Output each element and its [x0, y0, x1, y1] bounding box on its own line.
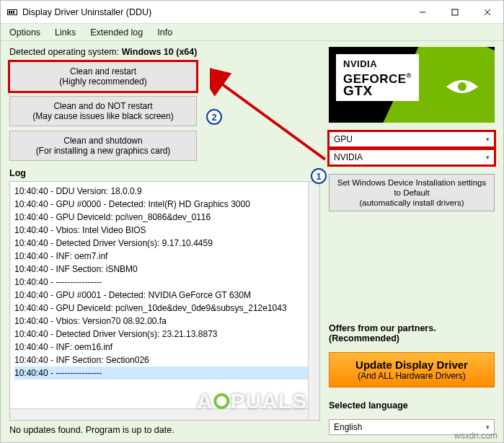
close-button[interactable] [471, 1, 503, 23]
devset-line1: Set Windows Device Installation settings [334, 177, 490, 188]
minimize-button[interactable] [406, 1, 438, 23]
log-line[interactable]: 10:40:40 - GPU #0001 - Detected: NVIDIA … [14, 289, 315, 302]
status-text: No updates found. Program is up to date. [9, 421, 320, 435]
log-line[interactable]: 10:40:40 - GPU DeviceId: pci\ven_8086&de… [14, 211, 315, 224]
menu-extended-log[interactable]: Extended log [84, 26, 149, 39]
clean-norestart-line2: (May cause issues like black screen) [32, 111, 173, 121]
log-line[interactable]: 10:40:40 - INF Section: Section026 [14, 354, 315, 367]
log-line[interactable]: 10:40:40 - ---------------- [14, 276, 315, 289]
svg-rect-4 [13, 11, 14, 14]
vendor-select[interactable]: NVIDIA ▾ [329, 149, 495, 165]
log-line[interactable]: 10:40:40 - INF: oem16.inf [14, 341, 315, 354]
left-column: Detected operating system: Windows 10 (x… [9, 47, 320, 435]
clean-restart-line2: (Highly recommended) [59, 76, 146, 87]
clean-restart-line1: Clean and restart [70, 66, 136, 76]
device-installation-default-button[interactable]: Set Windows Device Installation settings… [329, 174, 495, 211]
menu-links[interactable]: Links [49, 26, 81, 39]
detected-os-prefix: Detected operating system: [9, 47, 122, 57]
log-line[interactable]: 10:40:40 - Detected Driver Version(s): 9… [14, 237, 315, 250]
log-line[interactable]: 10:40:40 - INF: oem7.inf [14, 250, 315, 263]
log-vertical-scrollbar[interactable] [308, 182, 319, 420]
menu-options[interactable]: Options [4, 26, 46, 39]
log-line[interactable]: 10:40:40 - GPU DeviceId: pci\ven_10de&de… [14, 302, 315, 315]
svg-rect-6 [452, 9, 458, 15]
chevron-down-icon: ▾ [486, 424, 490, 431]
main-body: Detected operating system: Windows 10 (x… [1, 41, 503, 442]
language-label: Selected language [329, 400, 495, 411]
clean-norestart-button[interactable]: Clean and do NOT restart (May cause issu… [9, 96, 197, 126]
offers-label: Offers from our partners. (Recommended) [329, 323, 495, 343]
clean-norestart-line1: Clean and do NOT restart [53, 101, 152, 111]
log-line[interactable]: 10:40:40 - ---------------- [14, 367, 315, 380]
device-type-select[interactable]: GPU ▾ [329, 131, 495, 147]
clean-shutdown-line2: (For installing a new graphics card) [36, 146, 171, 156]
clean-shutdown-button[interactable]: Clean and shutdown (For installing a new… [9, 131, 197, 161]
gtx-gtx: GTX [343, 85, 412, 97]
gpu-brand-card: NVIDIA GEFORCE® GTX [329, 47, 495, 123]
update-display-driver-button[interactable]: Update Display Driver (And ALL Hardware … [329, 352, 495, 387]
watermark-circle-icon [213, 393, 229, 409]
device-selectors: GPU ▾ NVIDIA ▾ [329, 131, 495, 165]
log-line[interactable]: 10:40:40 - INF Section: iSNBM0 [14, 263, 315, 276]
svg-point-9 [458, 82, 467, 91]
update-btn-line2: (And ALL Hardware Drivers) [334, 371, 490, 381]
devset-line3: (automatically install drivers) [334, 198, 490, 208]
chevron-down-icon: ▾ [486, 154, 490, 161]
watermark-appuals: APUALS [197, 389, 307, 413]
chevron-down-icon: ▾ [486, 136, 490, 143]
nvidia-eye-icon [444, 76, 480, 97]
window-title: Display Driver Uninstaller (DDU) [22, 7, 406, 17]
vendor-value: NVIDIA [334, 152, 363, 162]
log-line[interactable]: 10:40:40 - GPU #0000 - Detected: Intel(R… [14, 198, 315, 211]
device-type-value: GPU [334, 134, 353, 144]
language-value: English [334, 422, 362, 432]
menubar: Options Links Extended log Info [1, 24, 503, 41]
log-label: Log [9, 168, 320, 178]
log-listbox[interactable]: 10:40:40 - DDU Version: 18.0.0.910:40:40… [9, 181, 320, 421]
annotation-badge-2: 2 [206, 109, 222, 125]
window-controls [406, 1, 503, 23]
watermark-domain: wsxdn.com [454, 431, 498, 441]
detected-os-value: Windows 10 (x64) [122, 47, 198, 57]
update-btn-line1: Update Display Driver [334, 359, 490, 371]
clean-shutdown-line1: Clean and shutdown [63, 136, 142, 146]
right-column: NVIDIA GEFORCE® GTX GPU ▾ NVIDIA ▾ Set W… [329, 47, 495, 435]
log-line[interactable]: 10:40:40 - DDU Version: 18.0.0.9 [14, 185, 315, 198]
gtx-nvidia: NVIDIA [343, 58, 412, 70]
svg-rect-2 [9, 11, 10, 14]
annotation-badge-1: 1 [311, 168, 327, 184]
devset-line2: to Default [334, 188, 490, 198]
app-icon [6, 6, 18, 18]
log-line[interactable]: 10:40:40 - Detected Driver Version(s): 2… [14, 328, 315, 341]
log-line[interactable]: 10:40:40 - Vbios: Intel Video BIOS [14, 224, 315, 237]
window-titlebar: Display Driver Uninstaller (DDU) [1, 1, 503, 24]
detected-os: Detected operating system: Windows 10 (x… [9, 47, 320, 57]
maximize-button[interactable] [438, 1, 471, 23]
clean-restart-button[interactable]: Clean and restart (Highly recommended) [9, 61, 197, 92]
log-line[interactable]: 10:40:40 - Vbios: Version70 08.92.00.fa [14, 315, 315, 328]
menu-info[interactable]: Info [151, 26, 178, 39]
svg-rect-3 [11, 11, 12, 14]
